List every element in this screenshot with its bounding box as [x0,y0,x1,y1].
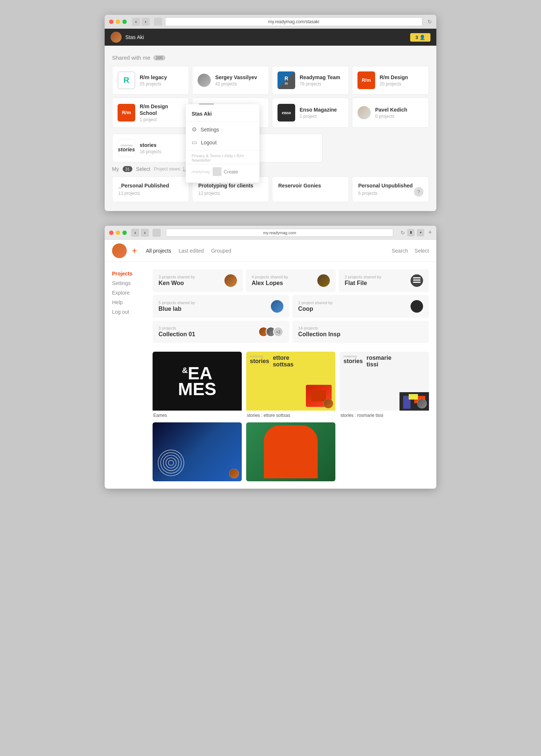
shared-card-ken-woo[interactable]: 3 projects shared by Ken Woo [153,269,243,292]
my-header: My 31 Select Project views: 1,415 of 25,… [112,166,429,172]
sidebar-item-explore[interactable]: Explore [112,290,142,296]
shared-card-sergey[interactable]: Sergey Vassilyev 42 projects [192,66,269,95]
shared-card-enso[interactable]: enso Enso Magazine 1 project [272,98,349,128]
alex-lopes-sub: 4 projects shared by [252,275,288,279]
url-bar[interactable]: my.readymag.com/stasaki [165,17,422,26]
create-thumb [213,167,221,176]
shared-card-pavel[interactable]: Pavel Kedich 0 projects [352,98,429,128]
rm-design-info: R/m Design 20 projects [380,74,423,87]
sidebar-item-settings[interactable]: Settings [112,280,142,286]
collection-card-insp[interactable]: 14 projects Collection Insp [292,321,429,343]
header-left: Stas Aki [111,32,144,43]
project-thumb-sottsas[interactable]: readymag stories ettoresottsas [246,352,335,418]
project-thumb-eames[interactable]: &EAMES Eames [153,352,242,418]
alex-lopes-name: Alex Lopes [252,280,288,286]
alex-lopes-avatar [317,274,330,287]
sidebar: Projects Settings Explore Help Log out [105,262,149,489]
pavel-name: Pavel Kedich [375,106,423,113]
maximize-button-2[interactable] [122,231,127,235]
shared-count-badge: 205 [153,55,165,60]
shared-card-rm-design[interactable]: R/m R/m Design 20 projects [352,66,429,95]
reload-button-2[interactable]: ↻ [401,230,405,236]
coll-more-badge: +2 [273,327,283,337]
shared-card-readymag-team[interactable]: R m Readymag Team 76 projects [272,66,349,95]
shared-grid: R R/m legacy 25 projects Sergey Vassilye… [112,66,429,128]
rm-design-school-info: R/m Design School 1 project [140,103,184,122]
readymag-brand: readymag [192,169,210,174]
tissi-label: stories : rosmarie tissi [340,413,429,418]
shared-card-blue-lab[interactable]: 5 projects shared by Blue lab [153,295,289,318]
create-label[interactable]: Create [224,169,238,175]
sottsas-name: ettoresottsas [273,355,293,368]
main-content: 3 projects shared by Ken Woo 4 projects … [149,262,436,489]
rm-design-projects: 20 projects [380,81,423,87]
project-title-4: Personal Unpublished [358,183,423,189]
user-name-label: Stas Aki [125,34,144,40]
project-card-reservoir[interactable]: Reservoir Gonies [272,176,349,202]
url-bar-2[interactable]: my.readymag.com [166,229,393,237]
tab-last-edited[interactable]: Last edited [178,246,204,255]
project-thumb-blue-spiral[interactable] [153,422,242,481]
back-button-2[interactable]: ‹ [131,229,139,237]
forward-button[interactable]: › [142,18,150,26]
project-card-personal-unpublished[interactable]: Personal Unpublished 6 projects ? [352,176,429,202]
sergey-projects: 42 projects [215,81,263,87]
rm-legacy-projects: 25 projects [140,81,184,87]
forward-button-2[interactable]: › [141,229,149,237]
minimize-button-2[interactable] [116,231,120,235]
help-link[interactable]: Help [224,154,233,158]
back-button[interactable]: ‹ [132,18,140,26]
user-avatar[interactable] [111,32,122,43]
shared-card-rm-design-school[interactable]: R/m R/m Design School 1 project [112,98,189,128]
readymag-team-name: Readymag Team [300,74,343,81]
project-card-personal-published[interactable]: _Personal Published 11 projects [112,176,189,202]
shared-row-2: readymag stories stories 18 projects Mik… [112,134,429,162]
close-button[interactable] [109,20,114,24]
shared-card-rm-legacy[interactable]: R R/m legacy 25 projects [112,66,189,95]
sidebar-item-projects[interactable]: Projects [112,271,142,277]
select-button[interactable]: Select [136,166,150,172]
notification-badge[interactable]: 3 👤 [410,33,430,42]
sidebar-item-help[interactable]: Help [112,299,142,305]
url-text-2: my.readymag.com [263,231,296,235]
sidebar-item-logout[interactable]: Log out [112,309,142,315]
logout-icon: ▭ [192,139,197,146]
project-thumb-tissi[interactable]: readymag stories rosmarietissi [340,352,429,418]
shared-card-flat-file-2[interactable]: 2 projects shared by Flat File [339,269,429,292]
app-content: Shared with me 205 R R/m legacy 25 proje… [105,46,436,211]
rm-design-name: R/m Design [380,74,423,81]
tab-grouped[interactable]: Grouped [211,246,231,255]
dropdown-settings-item[interactable]: ⚙ Settings [186,123,259,136]
browser-action-buttons: ⬆ + [407,229,424,236]
user-avatar-2[interactable] [112,243,127,258]
tab-all-projects[interactable]: All projects [146,246,171,255]
collection-01-info: 3 projects Collection 01 [158,326,195,338]
svg-point-0 [158,450,184,476]
close-button-2[interactable] [109,231,114,235]
bookmark-button[interactable]: + [417,229,424,236]
select-action[interactable]: Select [415,248,429,254]
shared-card-alex-lopes[interactable]: 4 projects shared by Alex Lopes [246,269,336,292]
tab-button-2[interactable] [153,229,161,237]
share-button[interactable]: ⬆ [407,229,415,236]
collection-card-01[interactable]: 3 projects Collection 01 +2 [153,321,289,343]
reload-button[interactable]: ↻ [427,19,432,25]
header-actions: Search Select [392,248,429,254]
search-action[interactable]: Search [392,248,408,254]
collection-insp-name: Collection Insp [298,331,341,338]
add-project-button[interactable]: + [132,246,137,255]
shared-card-coop[interactable]: 1 project shared by Coop [292,295,429,318]
red-person-thumbnail [246,422,335,481]
maximize-button[interactable] [122,20,127,24]
dropdown-logout-item[interactable]: ▭ Logout [186,136,259,149]
rm-legacy-name: R/m legacy [140,74,184,81]
new-tab-button[interactable]: + [428,229,432,236]
minimize-button[interactable] [116,20,120,24]
readymag-team-projects: 76 projects [300,81,343,87]
my-label: My [112,166,119,172]
tab-button[interactable] [154,18,162,26]
privacy-link[interactable]: Privacy & Terms [192,154,221,158]
spiral-decoration [156,448,186,478]
svg-point-1 [161,453,181,473]
project-thumb-red-person[interactable] [246,422,335,481]
